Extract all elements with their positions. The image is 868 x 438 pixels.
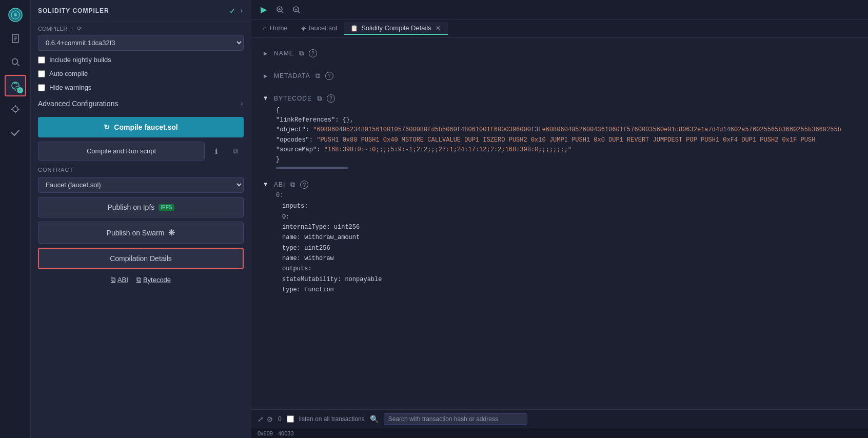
bytecode-section: ▼ BYTECODE ⧉ ? { "linkReferences": {}, "… bbox=[264, 91, 856, 169]
bytecode-copy-button[interactable]: ⧉ bbox=[316, 94, 323, 103]
compile-script-button[interactable]: Compile and Run script bbox=[38, 142, 205, 161]
tab-home[interactable]: ⌂ Home bbox=[257, 22, 294, 35]
abi-input-0: 0: bbox=[282, 212, 856, 222]
abi-section-label: ABI bbox=[274, 181, 285, 188]
abi-copy-button[interactable]: ⧉ bbox=[289, 181, 296, 189]
zoom-in-button[interactable] bbox=[273, 3, 287, 17]
run-button[interactable]: ▶ bbox=[257, 3, 271, 17]
compile-details-panel: ▶ NAME ⧉ ? ▶ METADATA ⧉ ? ▼ BYTECODE ⧉ ? bbox=[251, 38, 868, 409]
bytecode-link-label: Bytecode bbox=[143, 276, 171, 284]
bytecode-sourcemap-key: "sourceMap": bbox=[276, 146, 320, 153]
sidebar-header: SOLIDITY COMPILER ✓ › bbox=[31, 0, 251, 22]
compilation-details-label: Compilation Details bbox=[110, 254, 172, 263]
compilation-details-button[interactable]: Compilation Details bbox=[38, 248, 244, 269]
abi-name-field: name: withdraw_amount bbox=[282, 232, 856, 243]
compiler-version-select[interactable]: 0.6.4+commit.1dca32f3 bbox=[38, 35, 244, 51]
ipfs-badge: IPFS bbox=[159, 204, 174, 211]
bytecode-sourcemap-line: "sourceMap": "168:398:0:-:0;;;;5:9:-1;2:… bbox=[276, 145, 856, 155]
abi-copy-icon: ⧉ bbox=[111, 275, 115, 284]
abi-bytecode-row: ⧉ ABI ⧉ Bytecode bbox=[31, 271, 251, 288]
logo-icon[interactable] bbox=[5, 4, 26, 26]
advanced-config-chevron: › bbox=[240, 100, 244, 108]
transaction-search[interactable] bbox=[384, 413, 527, 425]
verify-icon[interactable] bbox=[5, 122, 26, 144]
metadata-copy-button[interactable]: ⧉ bbox=[314, 72, 321, 80]
tabs-bar: ⌂ Home ◈ faucet.sol 📋 Solidity Compile D… bbox=[251, 19, 868, 38]
abi-outputs-label: outputs: bbox=[282, 264, 856, 274]
bytecode-opcodes-key: "opcodes": bbox=[276, 136, 313, 144]
tab-faucet[interactable]: ◈ faucet.sol bbox=[295, 22, 344, 35]
bytecode-link[interactable]: ⧉ Bytecode bbox=[136, 275, 171, 284]
abi-help-button[interactable]: ? bbox=[300, 181, 308, 189]
tab-faucet-label: faucet.sol bbox=[309, 24, 338, 32]
hide-warnings-checkbox[interactable] bbox=[38, 84, 45, 91]
metadata-arrow[interactable]: ▶ bbox=[264, 72, 270, 80]
contract-label: CONTRACT bbox=[31, 165, 251, 175]
bytecode-arrow[interactable]: ▼ bbox=[264, 95, 270, 102]
advanced-config-section[interactable]: Advanced Configurations › bbox=[31, 94, 251, 113]
expand-icon[interactable]: › bbox=[240, 7, 244, 15]
bytecode-object-key: "object": bbox=[276, 126, 309, 133]
tab-compile-details[interactable]: 📋 Solidity Compile Details ✕ bbox=[344, 22, 448, 35]
debug-icon[interactable] bbox=[5, 98, 26, 120]
name-copy-button[interactable]: ⧉ bbox=[298, 49, 305, 57]
bytecode-content: { "linkReferences": {}, "object": "60806… bbox=[276, 106, 856, 165]
compiler-icon[interactable]: ✓ bbox=[5, 75, 26, 96]
bytecode-object-line: "object": "60806040523480156100105760008… bbox=[276, 125, 856, 135]
bytecode-brace-open: { bbox=[276, 106, 856, 115]
publish-swarm-button[interactable]: Publish on Swarm ❋ bbox=[38, 222, 244, 244]
script-info-button[interactable]: ℹ bbox=[208, 143, 224, 160]
name-arrow[interactable]: ▶ bbox=[264, 50, 270, 57]
svg-line-22 bbox=[298, 11, 300, 13]
svg-line-19 bbox=[282, 11, 283, 13]
svg-line-8 bbox=[17, 64, 19, 66]
tiny-val1: 0x609 bbox=[258, 430, 273, 436]
add-compiler-icon[interactable]: + bbox=[70, 26, 73, 32]
compile-btn-label: Compile faucet.sol bbox=[114, 123, 177, 131]
abi-arrow[interactable]: ▼ bbox=[264, 181, 270, 188]
bytecode-scrollbar[interactable] bbox=[276, 167, 348, 169]
abi-section: ▼ ABI ⧉ ? 0: inputs: 0: internalType: ui… bbox=[264, 177, 856, 295]
bottom-clock-icon[interactable]: ⊘ bbox=[267, 415, 273, 423]
compiler-badge: ✓ bbox=[17, 87, 23, 93]
sidebar: SOLIDITY COMPILER ✓ › COMPILER + ⟳ 0.6.4… bbox=[31, 0, 251, 438]
listen-checkbox[interactable] bbox=[287, 415, 294, 423]
files-icon[interactable] bbox=[5, 28, 26, 49]
abi-header-row: ▼ ABI ⧉ ? bbox=[264, 177, 856, 192]
load-compiler-icon[interactable]: ⟳ bbox=[77, 25, 82, 32]
metadata-section: ▶ METADATA ⧉ ? bbox=[264, 69, 856, 83]
tab-close-button[interactable]: ✕ bbox=[435, 25, 442, 32]
auto-compile-checkbox[interactable] bbox=[38, 70, 45, 77]
auto-compile-row: Auto compile bbox=[31, 67, 251, 81]
icon-bar: ✓ bbox=[0, 0, 31, 438]
bytecode-help-button[interactable]: ? bbox=[327, 94, 335, 103]
nightly-builds-checkbox[interactable] bbox=[38, 56, 45, 64]
bytecode-opcodes-line: "opcodes": "PUSH1 0x80 PUSH1 0x40 MSTORE… bbox=[276, 135, 856, 145]
hide-warnings-row: Hide warnings bbox=[31, 81, 251, 94]
advanced-config-title: Advanced Configurations bbox=[38, 99, 118, 108]
bytecode-object-val: "608060405234801561001057600080fd5b5060f… bbox=[313, 126, 841, 133]
bytecode-sourcemap-val: "168:398:0:-:0;;;;5:9:-1;2:2;;;27:1;24:1… bbox=[324, 146, 571, 153]
metadata-help-button[interactable]: ? bbox=[325, 72, 333, 80]
publish-ipfs-button[interactable]: Publish on Ipfs IPFS bbox=[38, 197, 244, 217]
check-icon: ✓ bbox=[230, 5, 235, 16]
bytecode-copy-icon: ⧉ bbox=[136, 275, 141, 284]
metadata-label: METADATA bbox=[274, 72, 310, 79]
compiler-label: COMPILER bbox=[38, 26, 67, 32]
search-icon[interactable] bbox=[5, 51, 26, 73]
abi-index-0: 0: bbox=[276, 192, 856, 199]
auto-compile-label: Auto compile bbox=[49, 70, 88, 77]
bottom-expand-icon[interactable]: ⤢ bbox=[258, 415, 264, 423]
zoom-out-button[interactable] bbox=[289, 3, 304, 17]
compile-button[interactable]: ↻ Compile faucet.sol bbox=[38, 117, 244, 137]
tiny-val2: 40033 bbox=[278, 430, 294, 436]
toolbar: ▶ bbox=[251, 0, 868, 19]
bottom-icons: ⤢ ⊘ bbox=[258, 415, 273, 423]
abi-link[interactable]: ⧉ ABI bbox=[111, 275, 128, 284]
listen-label: listen on all transactions bbox=[299, 415, 365, 423]
abi-inputs-label: inputs: bbox=[282, 201, 856, 211]
script-copy-button[interactable]: ⧉ bbox=[227, 143, 244, 160]
publish-ipfs-label: Publish on Ipfs bbox=[107, 203, 154, 211]
name-help-button[interactable]: ? bbox=[309, 49, 317, 57]
contract-select[interactable]: Faucet (faucet.sol) bbox=[38, 177, 244, 193]
